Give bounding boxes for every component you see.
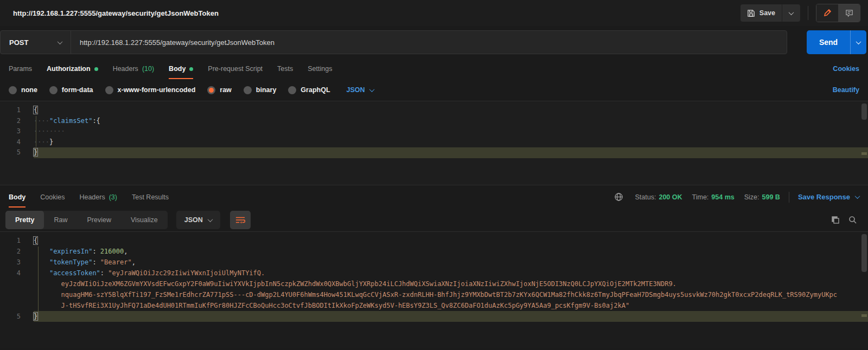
request-tab-headers[interactable]: Headers(10) <box>113 59 154 79</box>
toolbar-divider <box>808 6 808 20</box>
response-body-editor[interactable]: 1{2 "expiresIn": 216000,3 "tokenType": "… <box>0 231 868 348</box>
wrap-text-icon <box>235 216 245 224</box>
body-mode-raw[interactable]: raw <box>207 86 232 94</box>
code-text: eyJzdWIiOiJzeXM6ZGVmYXVsdEFwcGxpY2F0aW9u… <box>34 278 868 289</box>
code-line: 4····} <box>0 137 868 148</box>
view-tab-raw[interactable]: Raw <box>44 211 77 229</box>
send-button[interactable]: Send <box>807 30 850 54</box>
response-view-tabs: PrettyRawPreviewVisualize <box>5 211 168 229</box>
radio-icon[interactable] <box>288 86 296 94</box>
body-mode-x-www-form-urlencoded[interactable]: x-www-form-urlencoded <box>105 86 196 94</box>
save-button-group: Save <box>741 4 800 22</box>
tab-label: Tests <box>277 65 293 73</box>
tab-label: Body <box>169 65 186 73</box>
view-tab-pretty[interactable]: Pretty <box>5 211 44 229</box>
code-line: 5} <box>0 147 868 158</box>
beautify-link[interactable]: Beautify <box>833 86 859 94</box>
request-editor-scrollbar[interactable] <box>861 103 867 183</box>
code-line: eyJzdWIiOiJzeXM6ZGVmYXVsdEFwcGxpY2F0aW9u… <box>0 278 868 289</box>
body-mode-binary[interactable]: binary <box>244 86 277 94</box>
line-number: 2 <box>0 246 34 257</box>
response-format-select[interactable]: JSON <box>176 211 220 229</box>
code-text: } <box>34 147 868 158</box>
method-label: POST <box>9 38 28 47</box>
save-button[interactable]: Save <box>741 9 782 17</box>
send-options-button[interactable] <box>850 30 866 54</box>
copy-icon[interactable] <box>831 216 840 224</box>
code-text: J-tHSvfREi3X1UyJhFQ71aDe4dUH01RTmmIuKfPG… <box>34 300 868 311</box>
radio-icon[interactable] <box>49 86 58 94</box>
scrollbar-thumb[interactable] <box>861 103 867 120</box>
request-tab-params[interactable]: Params <box>9 59 32 79</box>
tab-label: Body <box>9 193 25 201</box>
code-line: nquagHM6-szY5BlqXfTi197_FzSMe1rEdhcrZA77… <box>0 289 868 300</box>
code-line: 2····"claimsSet":{ <box>0 116 868 127</box>
save-response-button[interactable]: Save Response <box>798 193 850 201</box>
tab-count-badge: (10) <box>142 65 154 73</box>
overview-mark <box>861 314 867 317</box>
radio-icon[interactable] <box>244 86 252 94</box>
request-title: http://192.168.1.227:5555/gateway/securi… <box>13 9 219 17</box>
body-mode-label: binary <box>256 86 277 94</box>
status-label: Status: <box>635 193 656 201</box>
code-text: "accessToken": "eyJraWQiOiJzc29zIiwiYWxn… <box>34 268 868 278</box>
radio-icon[interactable] <box>9 86 17 94</box>
request-tab-pre-request-script[interactable]: Pre-request Script <box>208 59 263 79</box>
radio-icon[interactable] <box>105 86 113 94</box>
body-mode-graphql[interactable]: GraphQL <box>288 86 330 94</box>
body-mode-label: GraphQL <box>301 86 330 94</box>
indent-guide <box>36 116 36 147</box>
size-label: Size: <box>744 193 760 201</box>
send-button-group: Send <box>807 30 866 54</box>
comment-icon <box>845 9 853 17</box>
save-options-button[interactable] <box>782 4 800 22</box>
status-value: 200 OK <box>659 193 682 201</box>
response-header-row: BodyCookiesHeaders(3)Test Results Status… <box>0 185 868 209</box>
method-select[interactable]: POST <box>1 31 71 54</box>
indent-guide <box>38 247 39 321</box>
line-number: 3 <box>0 257 34 268</box>
line-number: 1 <box>0 235 34 246</box>
search-icon[interactable] <box>848 216 857 224</box>
response-tab-cookies[interactable]: Cookies <box>40 187 65 208</box>
cookies-link[interactable]: Cookies <box>833 65 859 73</box>
pencil-icon <box>823 9 832 17</box>
line-number <box>0 278 34 289</box>
globe-icon[interactable] <box>614 192 623 202</box>
body-mode-label: x-www-form-urlencoded <box>118 86 196 94</box>
response-editor-scrollbar[interactable] <box>861 234 867 346</box>
radio-selected-icon[interactable] <box>207 86 215 94</box>
request-tab-tests[interactable]: Tests <box>277 59 293 79</box>
response-tab-headers[interactable]: Headers(3) <box>79 187 117 208</box>
tab-label: Test Results <box>132 193 169 201</box>
view-tab-visualize[interactable]: Visualize <box>121 211 168 229</box>
code-line: 2 "expiresIn": 216000, <box>0 246 868 257</box>
edit-request-button[interactable] <box>816 4 838 22</box>
code-text: ····"claimsSet":{ <box>34 116 868 127</box>
code-line: 3········ <box>0 126 868 137</box>
overview-mark <box>861 152 867 155</box>
response-tab-body[interactable]: Body <box>9 187 25 208</box>
code-line: 4 "accessToken": "eyJraWQiOiJzc29zIiwiYW… <box>0 268 868 278</box>
edit-comment-group <box>816 4 860 22</box>
line-number: 1 <box>0 105 34 116</box>
body-mode-form-data[interactable]: form-data <box>49 86 93 94</box>
line-number <box>0 300 34 311</box>
comment-button[interactable] <box>838 4 860 22</box>
tab-label: Headers <box>113 65 138 73</box>
view-tab-preview[interactable]: Preview <box>77 211 120 229</box>
request-tab-settings[interactable]: Settings <box>308 59 332 79</box>
code-line: 1{ <box>0 105 868 116</box>
request-tab-body[interactable]: Body <box>169 59 193 79</box>
raw-format-select[interactable]: JSON <box>347 86 374 94</box>
body-mode-none[interactable]: none <box>9 86 37 94</box>
tab-label: Settings <box>308 65 332 73</box>
url-input[interactable] <box>71 31 787 54</box>
chevron-down-icon <box>369 87 374 92</box>
wrap-lines-button[interactable] <box>230 211 251 229</box>
scrollbar-thumb[interactable] <box>861 234 867 272</box>
request-url-row: POST Send <box>0 26 868 59</box>
request-tab-authorization[interactable]: Authorization <box>47 59 98 79</box>
response-tab-test-results[interactable]: Test Results <box>132 187 169 208</box>
request-body-editor[interactable]: 1{2····"claimsSet":{3········4····}5} <box>0 101 868 185</box>
